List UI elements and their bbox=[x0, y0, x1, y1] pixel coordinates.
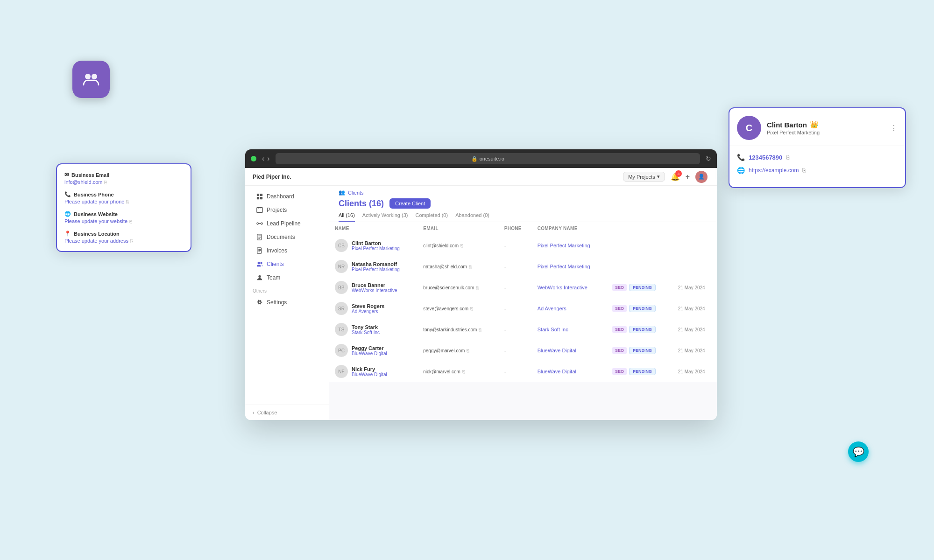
sidebar-item-team[interactable]: Team bbox=[249, 271, 325, 284]
filter-tab-abandoned[interactable]: Abandoned (0) bbox=[455, 212, 489, 222]
client-company[interactable]: BlueWave Digital bbox=[538, 348, 576, 353]
client-company[interactable]: Ad Avengers bbox=[538, 306, 566, 311]
business-email-row: ✉ Business Email info@shield.com ⎘ bbox=[64, 172, 183, 185]
nav-forward[interactable]: › bbox=[267, 154, 269, 163]
copy-icon[interactable]: ⎘ bbox=[462, 369, 465, 374]
client-phone: - bbox=[504, 285, 506, 290]
add-button[interactable]: + bbox=[686, 173, 690, 181]
copy-email-icon[interactable]: ⎘ bbox=[104, 180, 107, 185]
sidebar-item-label: Documents bbox=[267, 234, 295, 240]
sidebar-item-dashboard[interactable]: Dashboard bbox=[249, 190, 325, 203]
tag-pending: PENDING bbox=[629, 347, 656, 354]
panel-more-button[interactable]: ⋮ bbox=[890, 124, 898, 133]
breadcrumb-label: Clients bbox=[348, 190, 364, 196]
client-avatar: BB bbox=[335, 281, 348, 294]
business-phone-label: 📞 Business Phone bbox=[64, 191, 183, 197]
tag-seo: SEO bbox=[612, 347, 627, 354]
sidebar-item-lead-pipeline[interactable]: Lead Pipeline bbox=[249, 217, 325, 230]
collapse-button[interactable]: ‹ Collapse bbox=[245, 405, 329, 420]
panel-website-row: 🌐 https://example.com ⎘ bbox=[737, 167, 898, 174]
main-content: My Projects ▾ 🔔 3 + 👤 👥 Clients bbox=[329, 168, 717, 420]
address-bar[interactable]: 🔒 onesuite.io bbox=[276, 153, 700, 164]
table-row[interactable]: TS Tony Stark Stark Soft Inc tony@starki… bbox=[329, 319, 717, 340]
filter-tab-completed[interactable]: Completed (0) bbox=[415, 212, 448, 222]
panel-name: Clint Barton 👑 bbox=[767, 120, 820, 129]
copy-website-icon[interactable]: ⎘ bbox=[129, 219, 132, 224]
browser-actions: ↻ bbox=[706, 155, 711, 162]
sidebar-item-settings[interactable]: Settings bbox=[249, 296, 325, 309]
client-company[interactable]: Pixel Perfect Marketing bbox=[538, 264, 590, 269]
client-company[interactable]: Pixel Perfect Marketing bbox=[538, 243, 590, 248]
app-icon[interactable] bbox=[72, 61, 110, 98]
client-email: tony@starkindustries.com ⎘ bbox=[423, 327, 493, 332]
client-avatar: PC bbox=[335, 344, 348, 357]
copy-icon[interactable]: ⎘ bbox=[469, 264, 472, 269]
copy-icon[interactable]: ⎘ bbox=[467, 348, 469, 353]
client-company[interactable]: Stark Soft Inc bbox=[538, 327, 568, 332]
sidebar-item-projects[interactable]: Projects bbox=[249, 203, 325, 217]
client-name: Clint Barton bbox=[352, 240, 400, 246]
clients-icon: 👥 bbox=[339, 189, 345, 196]
chat-button[interactable]: 💬 bbox=[848, 441, 869, 462]
business-location-value: Please update your address ⎘ bbox=[64, 238, 183, 244]
sidebar-item-label: Lead Pipeline bbox=[267, 220, 301, 227]
table-row[interactable]: SR Steve Rogers Ad Avengers steve@avenge… bbox=[329, 298, 717, 319]
table-row[interactable]: PC Peggy Carter BlueWave Digital peggy@m… bbox=[329, 340, 717, 361]
business-email-value: info@shield.com ⎘ bbox=[64, 179, 183, 185]
col-date bbox=[672, 222, 717, 235]
copy-website-button[interactable]: ⎘ bbox=[802, 167, 806, 174]
panel-body: 📞 1234567890 ⎘ 🌐 https://example.com ⎘ bbox=[729, 146, 905, 187]
client-company[interactable]: WebWorks Interactive bbox=[538, 285, 587, 290]
copy-icon[interactable]: ⎘ bbox=[460, 243, 463, 248]
traffic-lights bbox=[251, 156, 256, 161]
page-title-row: Clients (16) Create Client bbox=[339, 198, 708, 209]
copy-location-icon[interactable]: ⎘ bbox=[130, 238, 133, 244]
copy-phone-icon[interactable]: ⎘ bbox=[126, 199, 129, 204]
client-name: Nick Fury bbox=[352, 366, 387, 372]
share-icon[interactable]: ↻ bbox=[706, 155, 711, 162]
client-avatar: NF bbox=[335, 365, 348, 378]
nav-back[interactable]: ‹ bbox=[262, 154, 264, 163]
client-name: Natasha Romanoff bbox=[352, 261, 400, 267]
tag-pending: PENDING bbox=[629, 284, 656, 291]
browser-window: ‹ › 🔒 onesuite.io ↻ Pied Piper Inc. Dash… bbox=[245, 149, 717, 420]
table-row[interactable]: NF Nick Fury BlueWave Digital nick@marve… bbox=[329, 361, 717, 382]
nav-buttons: ‹ › bbox=[262, 154, 270, 163]
notification-button[interactable]: 🔔 3 bbox=[671, 172, 680, 181]
client-company[interactable]: BlueWave Digital bbox=[538, 369, 576, 374]
tag-pending: PENDING bbox=[629, 305, 656, 312]
client-email: nick@marvel.com ⎘ bbox=[423, 369, 493, 374]
sidebar-item-label: Settings bbox=[267, 299, 287, 306]
sidebar-item-documents[interactable]: Documents bbox=[249, 231, 325, 244]
user-avatar[interactable]: 👤 bbox=[695, 171, 708, 183]
copy-icon[interactable]: ⎘ bbox=[476, 285, 479, 290]
client-email: bruce@sciencehulk.com ⎘ bbox=[423, 285, 493, 290]
copy-icon[interactable]: ⎘ bbox=[470, 306, 473, 311]
client-company-sub: Ad Avengers bbox=[352, 309, 384, 314]
sidebar-nav: Dashboard Projects Lead Pipeline Documen… bbox=[245, 186, 329, 405]
filter-tab-all[interactable]: All (16) bbox=[339, 212, 355, 222]
col-company: COMPANY NAME bbox=[532, 222, 606, 235]
phone-icon: 📞 bbox=[737, 154, 745, 161]
panel-avatar-initial: C bbox=[746, 123, 752, 133]
my-projects-button[interactable]: My Projects ▾ bbox=[623, 172, 665, 182]
client-avatar: NR bbox=[335, 260, 348, 273]
client-company-sub: WebWorks Interactive bbox=[352, 288, 397, 293]
svg-point-0 bbox=[85, 74, 91, 79]
table-row[interactable]: NR Natasha Romanoff Pixel Perfect Market… bbox=[329, 256, 717, 277]
panel-info: Clint Barton 👑 Pixel Perfect Marketing bbox=[767, 120, 820, 135]
table-row[interactable]: CB Clint Barton Pixel Perfect Marketing … bbox=[329, 235, 717, 256]
tag-seo: SEO bbox=[612, 368, 627, 375]
sidebar-item-clients[interactable]: Clients bbox=[249, 258, 325, 271]
copy-icon[interactable]: ⎘ bbox=[479, 327, 481, 332]
create-client-button[interactable]: Create Client bbox=[389, 198, 431, 209]
panel-avatar: C bbox=[737, 116, 761, 140]
filter-tab-active[interactable]: Actively Working (3) bbox=[362, 212, 408, 222]
client-name: Tony Stark bbox=[352, 324, 380, 330]
sidebar-item-invoices[interactable]: Invoices bbox=[249, 244, 325, 257]
client-phone: - bbox=[504, 327, 506, 332]
col-tags bbox=[606, 222, 672, 235]
client-phone: - bbox=[504, 264, 506, 269]
table-row[interactable]: BB Bruce Banner WebWorks Interactive bru… bbox=[329, 277, 717, 298]
copy-phone-button[interactable]: ⎘ bbox=[786, 154, 789, 161]
